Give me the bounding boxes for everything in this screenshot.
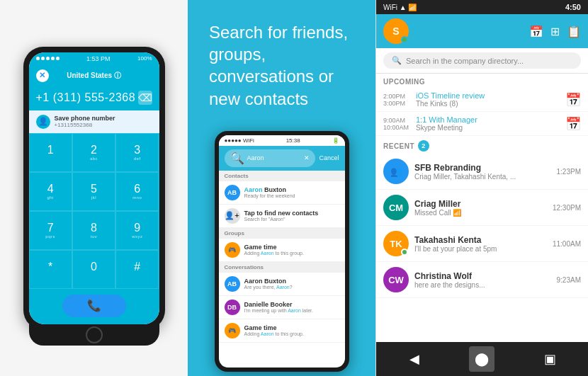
tap-find-item[interactable]: 👤+ Tap to find new contacts Search for "… <box>219 205 345 228</box>
conv-item-gametime[interactable]: 🎮 Game time Adding Aaron to this group. <box>219 319 345 343</box>
avatar-christina: CW <box>383 267 409 292</box>
recent-msg-takahashi: I'll be at your place at 5pm <box>414 245 547 253</box>
calendar-entry-icon-2: 📅 <box>565 116 581 132</box>
nav-home-button[interactable]: ⬤ <box>469 346 494 372</box>
bottom-nav: ◀ ⬤ ▣ <box>376 342 588 376</box>
recent-time-christina: 9:23AM <box>557 276 581 284</box>
cancel-button[interactable]: Cancel <box>319 154 339 161</box>
status-dot-online <box>401 36 408 43</box>
recent-item-criag[interactable]: CM Criag Miller Missed Call 📶 12:30PM <box>376 190 588 226</box>
avatar-takahashi: TK <box>383 231 409 256</box>
key-1[interactable]: 1 <box>29 133 72 172</box>
call-button[interactable]: 📞 <box>62 295 126 317</box>
calendar-item-manager[interactable]: 9:00AM 10:00AM 1:1 With Manager Skype Me… <box>376 112 588 136</box>
ios-phone: 1:53 PM 100% ✕ United States ⓘ +1 (311) … <box>23 47 165 330</box>
conv-item-aaron[interactable]: AB Aaron Buxton Are you there, Aaron? <box>219 273 345 296</box>
keypad: 1 2abc 3def 4ghi 5jkl 6mno 7pqrs 8tuv 9w… <box>29 133 159 289</box>
recent-name-sfb: SFB Rebranding <box>414 163 551 173</box>
key-9[interactable]: 9wxyz <box>115 211 159 250</box>
key-hash[interactable]: # <box>115 250 159 289</box>
conv-item-danielle[interactable]: DB Danielle Booker I'm meeting up with A… <box>219 296 345 319</box>
calendar-entry-icon-1: 📅 <box>565 92 581 108</box>
event-sub-1: The Kinks (8) <box>416 100 560 108</box>
group-item-gametime[interactable]: 🎮 Game time Adding Aaron to this group. <box>219 239 345 262</box>
recent-item-christina[interactable]: CW Christina Wolf here are the designs..… <box>376 262 588 298</box>
android-search-phone: ●●●●● WiFi 15:38 🔋 🔍 Aaron ✕ Cancel <box>215 131 349 372</box>
contacts-icon[interactable]: 📋 <box>567 25 581 38</box>
group-info-gametime: Game time Adding Aaron to this group. <box>244 244 304 256</box>
recent-time-takahashi: 11:00AM <box>553 240 581 248</box>
add-contact-icon: 👤+ <box>225 208 240 224</box>
status-dot-takahashi <box>401 249 408 256</box>
search-value: Aaron <box>247 154 302 161</box>
key-star[interactable]: * <box>29 250 72 289</box>
call-button-row: 📞 <box>29 289 159 324</box>
section-conversations: Conversations <box>219 262 345 273</box>
recent-item-takahashi[interactable]: TK Takahashi Kenta I'll be at your place… <box>376 226 588 262</box>
section-contacts: Contacts <box>219 171 345 181</box>
avatar-criag: CM <box>383 195 409 220</box>
directory-search-box[interactable]: 🔍 Search in the company directory... <box>383 52 581 69</box>
search-input[interactable]: 🔍 Aaron ✕ <box>225 149 316 167</box>
recent-name-takahashi: Takahashi Kenta <box>414 235 547 245</box>
upcoming-section-label: UPCOMING <box>376 74 588 88</box>
close-button[interactable]: ✕ <box>36 69 49 82</box>
ios-time: 1:53 PM <box>86 55 111 62</box>
recent-info-takahashi: Takahashi Kenta I'll be at your place at… <box>414 235 547 253</box>
recent-msg-sfb: Criag Miller, Takahashi Kenta, ... <box>414 173 551 181</box>
android-signal: ●●●●● WiFi <box>225 137 254 144</box>
conv-info-danielle: Danielle Booker I'm meeting up with Aaro… <box>244 301 313 313</box>
key-8[interactable]: 8tuv <box>72 211 115 250</box>
right-section: WiFi ▲ 📶 4:50 S 📅 ⊞ 📋 🔍 Search in the co… <box>375 0 588 376</box>
contact-item-aaron[interactable]: AB Aaron Buxton Ready for the weekend <box>219 181 345 205</box>
android-battery: 🔋 <box>332 137 339 144</box>
middle-text-block: Search for friends, groups, conversation… <box>188 0 375 124</box>
search-placeholder: Search in the company directory... <box>406 57 524 65</box>
save-icon: 👤 <box>36 115 50 129</box>
recent-item-sfb[interactable]: 👥 SFB Rebranding Criag Miller, Takahashi… <box>376 154 588 190</box>
key-3[interactable]: 3def <box>115 133 159 172</box>
key-4[interactable]: 4ghi <box>29 172 72 211</box>
directory-search-row: 🔍 Search in the company directory... <box>376 48 588 74</box>
home-button[interactable] <box>86 326 103 343</box>
avatar-initials: S <box>392 25 399 37</box>
nav-recents-button[interactable]: ▣ <box>537 346 562 372</box>
clear-search-icon[interactable]: ✕ <box>304 154 310 161</box>
contact-avatar-aaron: AB <box>225 185 240 200</box>
dialer-header: ✕ United States ⓘ <box>29 65 159 88</box>
ios-status-bar: 1:53 PM 100% <box>29 52 159 65</box>
dialer-number-area: +1 (311) 555-2368 ⌫ <box>29 88 159 110</box>
recent-info-criag: Criag Miller Missed Call 📶 <box>414 199 547 217</box>
conv-info-gametime: Game time Adding Aaron to this group. <box>244 324 304 336</box>
key-5[interactable]: 5jkl <box>72 172 115 211</box>
recent-count-badge: 2 <box>418 140 429 152</box>
left-section: 1:53 PM 100% ✕ United States ⓘ +1 (311) … <box>0 0 188 376</box>
group-avatar-sfb: 👥 <box>383 159 409 184</box>
user-avatar[interactable]: S <box>383 18 409 44</box>
key-6[interactable]: 6mno <box>115 172 159 211</box>
country-selector[interactable]: United States ⓘ <box>49 71 140 81</box>
conv-avatar-gametime: 🎮 <box>225 323 240 338</box>
key-7[interactable]: 7pqrs <box>29 211 72 250</box>
recent-name-criag: Criag Miller <box>414 199 547 209</box>
dialer-number: +1 (311) 555-2368 <box>36 91 136 104</box>
recent-msg-christina: here are the designs... <box>414 281 551 289</box>
event-info-1: iOS Timeline review The Kinks (8) <box>416 91 560 108</box>
backspace-button[interactable]: ⌫ <box>138 91 152 105</box>
android-top-bar: WiFi ▲ 📶 4:50 <box>376 0 588 14</box>
recent-section-label: RECENT 2 <box>376 136 588 154</box>
grid-icon[interactable]: ⊞ <box>550 25 560 38</box>
signal-dots <box>36 57 60 60</box>
calendar-icon[interactable]: 📅 <box>529 25 543 38</box>
header-action-icons: 📅 ⊞ 📋 <box>529 25 581 38</box>
nav-back-button[interactable]: ◀ <box>402 346 427 372</box>
calendar-item-ios-review[interactable]: 2:00PM 3:00PM iOS Timeline review The Ki… <box>376 88 588 112</box>
search-icon: 🔍 <box>230 152 244 165</box>
middle-section: Search for friends, groups, conversation… <box>188 0 375 376</box>
middle-phone-container: ●●●●● WiFi 15:38 🔋 🔍 Aaron ✕ Cancel <box>215 124 349 376</box>
android-time: 15:38 <box>286 137 300 144</box>
key-0[interactable]: 0 <box>72 250 115 289</box>
save-row[interactable]: 👤 Save phone number +13115552368 <box>29 110 159 133</box>
key-2[interactable]: 2abc <box>72 133 115 172</box>
event-time-1: 2:00PM 3:00PM <box>383 93 410 107</box>
